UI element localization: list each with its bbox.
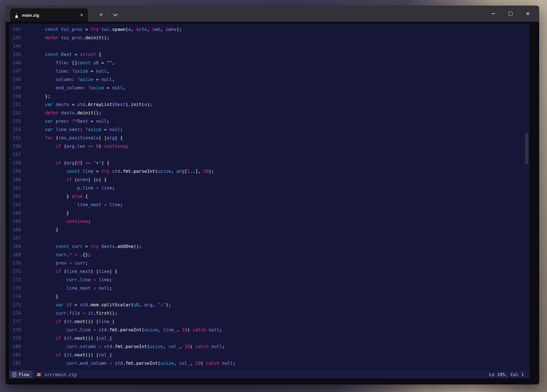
line-number: 151 xyxy=(9,100,21,109)
code-line-text: if (prev) |p| { xyxy=(34,177,107,182)
code-line-text: line_next = line; xyxy=(34,202,123,207)
new-tab-button[interactable]: + xyxy=(96,9,106,20)
code-line-text: const tui_proc = try tui.spawn(a, &ctx, … xyxy=(34,27,182,32)
code-line-text: defer dests.deinit(); xyxy=(34,110,101,115)
code-line-text: file: []const u8 = "", xyxy=(34,60,115,65)
code-line: 163 line_next = line; xyxy=(9,201,529,209)
code-line-text: } xyxy=(34,227,58,232)
line-number: 181 xyxy=(9,351,21,359)
code-line-text: } xyxy=(34,210,69,216)
code-line-text: if (it.next()) |col_| xyxy=(34,352,112,358)
code-line-text: var prev: ?*Dest = null; xyxy=(34,119,109,124)
code-line-text: line_next = null; xyxy=(34,285,112,291)
line-number: 158 xyxy=(9,159,21,167)
line-number: 146 xyxy=(9,59,21,67)
code-line: 177 if (it.next()) |line_| xyxy=(9,317,529,326)
code-line-text: }; xyxy=(34,93,50,99)
code-line-text: continue; xyxy=(34,219,91,224)
code-line: 162 } else { xyxy=(9,192,529,201)
line-number: 165 xyxy=(9,217,21,226)
code-line-text: prev = curr; xyxy=(34,260,88,266)
line-number: 182 xyxy=(9,359,21,368)
code-line: 161 p.line = line; xyxy=(9,184,529,192)
code-line: 153 var prev: ?*Dest = null; xyxy=(9,117,529,125)
code-line-text: if (arg.len == 0) continue; xyxy=(34,144,128,149)
code-line: 167 xyxy=(9,234,529,242)
cursor-position-label: Ln 195, Col 1 xyxy=(489,372,524,377)
code-line-text: curr.line = line; xyxy=(34,277,112,282)
close-icon: × xyxy=(526,11,529,17)
code-line: 160 if (prev) |p| { xyxy=(9,176,529,184)
code-line: 170 prev = curr; xyxy=(9,259,529,267)
line-number: 180 xyxy=(9,342,21,351)
code-line: 145 const Dest = struct { xyxy=(9,50,529,59)
line-number: 161 xyxy=(9,184,21,192)
line-number: 179 xyxy=(9,334,21,342)
status-bar: flow src/main.zig Ln 195, Col 1 xyxy=(9,371,529,378)
code-line: 158 if (arg[0] == '+') { xyxy=(9,159,529,167)
close-button[interactable]: × xyxy=(519,6,536,22)
code-line: 165 continue; xyxy=(9,217,529,226)
minimize-button[interactable] xyxy=(485,6,502,22)
code-line: 150 }; xyxy=(9,92,529,100)
line-number: 144 xyxy=(9,42,21,50)
line-number: 154 xyxy=(9,125,21,134)
line-number: 177 xyxy=(9,317,21,326)
line-number: 163 xyxy=(9,201,21,209)
code-line: 174 } xyxy=(9,292,529,301)
code-line: 144 xyxy=(9,42,529,50)
code-line-text: column: ?usize = null, xyxy=(34,77,115,82)
code-line-text: defer tui_proc.deinit(); xyxy=(34,35,109,40)
line-number: 170 xyxy=(9,259,21,267)
code-line: 176 curr.file = it.first(); xyxy=(9,309,529,317)
code-line-text: var line_next: ?usize = null; xyxy=(34,127,123,132)
code-line: 171 if (line_next) |line| { xyxy=(9,267,529,276)
tux-penguin-icon xyxy=(14,12,19,18)
line-number: 162 xyxy=(9,192,21,201)
code-line: 149 end_column: ?usize = null, xyxy=(9,84,529,92)
code-line: 182 curr.end_column = std.fmt.parseInt(u… xyxy=(9,359,529,368)
code-line-text: var it = std.mem.splitScalar(u8, arg, ':… xyxy=(34,302,171,307)
line-number: 145 xyxy=(9,50,21,59)
line-number: 160 xyxy=(9,176,21,184)
line-number: 174 xyxy=(9,292,21,301)
code-line-text: curr.end_column = std.fmt.parseInt(usize… xyxy=(34,361,236,366)
code-line-text: if (it.next()) |col_| xyxy=(34,336,112,341)
tab-dropdown-button[interactable] xyxy=(110,9,120,20)
tab-main-zig[interactable]: main.zig × xyxy=(10,8,88,22)
code-line: 164 } xyxy=(9,209,529,217)
line-number: 142 xyxy=(9,25,21,34)
code-line: 173 line_next = null; xyxy=(9,284,529,292)
line-number: 150 xyxy=(9,92,21,100)
code-line: 175 var it = std.mem.splitScalar(u8, arg… xyxy=(9,301,529,309)
code-line-text: var dests = std.ArrayList(Dest).init(a); xyxy=(34,102,152,107)
code-line: 142 const tui_proc = try tui.spawn(a, &c… xyxy=(9,25,529,34)
titlebar[interactable]: main.zig × + × xyxy=(6,6,539,22)
line-number: 147 xyxy=(9,67,21,75)
code-line: 156 if (arg.len == 0) continue; xyxy=(9,142,529,151)
code-line-text: curr.file = it.first(); xyxy=(34,310,118,316)
code-line: 152 defer dests.deinit(); xyxy=(9,109,529,117)
tabbar-divider xyxy=(108,12,108,18)
code-line: 172 curr.line = line; xyxy=(9,276,529,284)
code-line-text: if (it.next()) |line_| xyxy=(34,319,115,324)
code-line-text: const Dest = struct { xyxy=(34,52,101,57)
code-line-text: line: ?usize = null, xyxy=(34,68,109,74)
code-area[interactable]: 142 const tui_proc = try tui.spawn(a, &c… xyxy=(9,24,529,371)
code-line: 157 xyxy=(9,151,529,159)
tab-close-icon[interactable]: × xyxy=(78,11,85,19)
code-line-text: for (res.positionals) |arg| { xyxy=(34,135,123,140)
flow-menu-button[interactable]: flow xyxy=(9,371,33,378)
terminal-content: 142 const tui_proc = try tui.spawn(a, &c… xyxy=(6,22,539,384)
code-line-text: curr.column = std.fmt.parseInt(usize, co… xyxy=(34,344,225,349)
code-line: 166 } xyxy=(9,226,529,234)
line-number: 175 xyxy=(9,301,21,309)
file-path-label: src/main.zig xyxy=(45,372,77,377)
window-controls: × xyxy=(485,6,536,22)
maximize-button[interactable] xyxy=(502,6,519,22)
scrollbar-thumb[interactable] xyxy=(525,133,528,164)
code-line: 168 const curr = try dests.addOne(); xyxy=(9,242,529,251)
code-line: 159 const line = try std.fmt.parseInt(us… xyxy=(9,167,529,176)
editor-panel: 142 const tui_proc = try tui.spawn(a, &c… xyxy=(9,24,529,378)
line-number: 178 xyxy=(9,326,21,334)
